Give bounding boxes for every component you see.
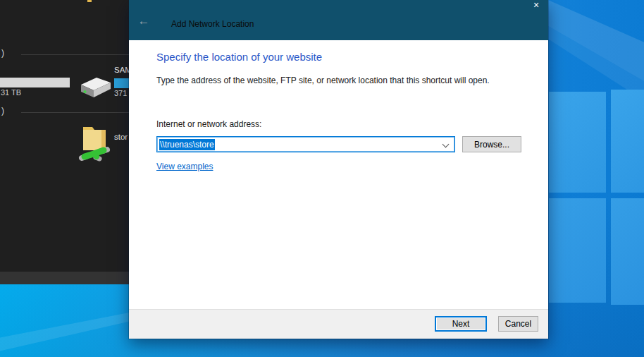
network-folder-icon[interactable] <box>78 121 111 165</box>
dialog-title: Add Network Location <box>171 19 254 29</box>
cancel-button-label: Cancel <box>505 319 531 329</box>
group-divider <box>21 54 131 55</box>
file-explorer-window: ) 31 TB SAM 371 ) stor <box>0 0 131 284</box>
windows-logo-pane <box>611 198 644 305</box>
windows-logo-pane <box>611 90 644 193</box>
next-button-label: Next <box>452 319 470 329</box>
hard-drive-icon[interactable] <box>79 74 111 102</box>
browse-button[interactable]: Browse... <box>462 136 521 152</box>
browse-button-label: Browse... <box>474 140 509 150</box>
next-button[interactable]: Next <box>435 316 487 332</box>
dialog-footer: Next Cancel <box>129 309 548 339</box>
network-share-label[interactable]: stor <box>114 133 128 141</box>
back-icon[interactable]: ← <box>135 14 152 28</box>
view-examples-link[interactable]: View examples <box>156 162 213 171</box>
page-title: Specify the location of your website <box>156 51 322 63</box>
add-network-location-dialog: ← Add Network Location × Specify the loc… <box>129 0 548 339</box>
dialog-body: Specify the location of your website Typ… <box>129 40 548 309</box>
windows-logo-pane <box>549 92 606 193</box>
group-header-devices: ) <box>1 48 4 58</box>
cancel-button[interactable]: Cancel <box>498 316 538 332</box>
dialog-titlebar: ← Add Network Location × <box>129 0 548 40</box>
close-icon[interactable]: × <box>528 0 544 11</box>
explorer-status-bar <box>0 272 131 284</box>
chevron-down-icon[interactable] <box>442 141 450 148</box>
drive-usage-bar <box>0 78 70 87</box>
group-divider <box>21 112 131 113</box>
light-beam <box>0 282 131 357</box>
drive-free-space-text: 371 <box>114 89 127 97</box>
group-header-network: ) <box>1 106 4 116</box>
address-label: Internet or network address: <box>156 119 261 129</box>
address-value-selected: \\truenas\store <box>159 139 215 150</box>
drive-capacity-text: 31 TB <box>1 88 21 97</box>
address-combobox[interactable]: \\truenas\store <box>156 136 455 152</box>
windows-logo-pane <box>549 198 606 303</box>
description-text: Type the address of the website, FTP sit… <box>156 75 490 85</box>
folder-icon <box>87 0 92 2</box>
